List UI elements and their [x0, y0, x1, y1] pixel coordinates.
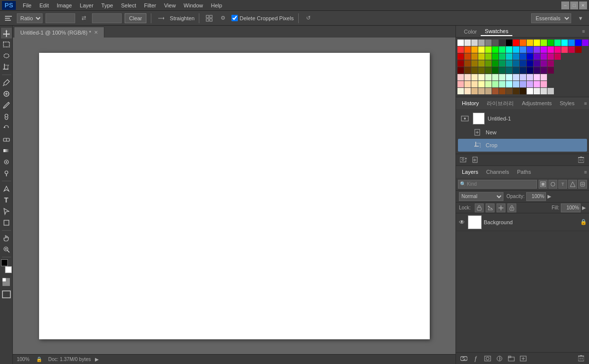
shape-tool[interactable] — [1, 217, 12, 228]
swatch[interactable] — [513, 67, 519, 74]
filter-adjustment-btn[interactable] — [548, 180, 557, 189]
swatch[interactable] — [492, 88, 498, 94]
canvas-wrapper[interactable] — [13, 38, 455, 354]
stamp-tool[interactable] — [1, 111, 12, 122]
quick-mask-tool[interactable] — [1, 277, 12, 287]
swatch[interactable] — [527, 88, 533, 94]
healing-tool[interactable] — [1, 88, 12, 99]
swatch[interactable] — [464, 53, 471, 60]
swatch[interactable] — [561, 40, 568, 46]
menu-type[interactable]: Type — [97, 1, 117, 9]
history-item-2[interactable]: Crop — [458, 139, 587, 152]
foreground-background-colors[interactable] — [1, 259, 12, 273]
swatch[interactable] — [464, 67, 471, 74]
swatch[interactable] — [575, 46, 582, 53]
text-tool[interactable]: T — [1, 195, 12, 205]
swatch[interactable] — [457, 60, 464, 67]
status-arrow[interactable]: ▶ — [95, 357, 99, 362]
swatch[interactable] — [457, 74, 464, 81]
swatch[interactable] — [478, 88, 485, 94]
zoom-tool[interactable] — [1, 244, 12, 255]
swatch[interactable] — [492, 46, 498, 53]
swatch[interactable] — [485, 67, 492, 74]
swatch[interactable] — [520, 40, 526, 46]
swatch[interactable] — [554, 53, 561, 60]
swatch[interactable] — [541, 60, 547, 67]
lock-all-btn[interactable] — [507, 203, 516, 212]
swatch[interactable] — [492, 60, 498, 67]
swatch[interactable] — [471, 60, 478, 67]
swatch[interactable] — [534, 74, 540, 81]
filter-pixel-btn[interactable] — [539, 180, 547, 189]
menu-edit[interactable]: Edit — [36, 1, 53, 9]
color-tab[interactable]: Color — [460, 28, 481, 36]
swatch[interactable] — [492, 67, 498, 74]
layer-effects-btn[interactable]: ƒ — [471, 354, 481, 364]
blend-mode-select[interactable]: Normal — [459, 192, 503, 201]
swatch[interactable] — [554, 46, 561, 53]
pen-tool[interactable] — [1, 183, 12, 194]
channels-tab[interactable]: Channels — [482, 168, 513, 176]
swatch[interactable] — [464, 60, 471, 67]
swatch[interactable] — [506, 53, 512, 60]
history-item-1[interactable]: New — [458, 126, 587, 139]
layer-new-btn[interactable] — [518, 354, 528, 364]
swatch[interactable] — [527, 74, 533, 81]
swatch[interactable] — [457, 67, 464, 74]
library-tab[interactable]: 라이브러리 — [483, 99, 518, 108]
swatch[interactable] — [478, 46, 485, 53]
lock-position-btn[interactable] — [497, 203, 505, 212]
screen-mode-btn[interactable] — [1, 289, 12, 300]
swatch[interactable] — [485, 53, 492, 60]
menu-filter[interactable]: Filter — [140, 1, 160, 9]
straighten-icon[interactable] — [156, 13, 167, 24]
swatch[interactable] — [471, 46, 478, 53]
swatch[interactable] — [499, 74, 505, 81]
swatch[interactable] — [485, 46, 492, 53]
history-delete-btn[interactable] — [576, 155, 586, 165]
swatch[interactable] — [485, 40, 492, 46]
maximize-button[interactable]: □ — [570, 1, 578, 9]
swatch[interactable] — [478, 81, 485, 87]
crop-width-input[interactable] — [45, 13, 75, 23]
tab-close-button[interactable]: ✕ — [94, 30, 98, 35]
history-tab[interactable]: History — [458, 99, 483, 107]
swatches-tab[interactable]: Swatches — [481, 27, 512, 36]
swatch[interactable] — [520, 88, 526, 94]
swatch[interactable] — [464, 81, 471, 87]
menu-layer[interactable]: Layer — [76, 1, 97, 9]
swatch[interactable] — [506, 88, 512, 94]
opacity-input[interactable] — [526, 192, 546, 201]
brush-tool[interactable] — [1, 100, 12, 111]
swatch[interactable] — [506, 74, 512, 81]
swatch[interactable] — [547, 88, 554, 94]
swatch[interactable] — [478, 74, 485, 81]
select-rect-tool[interactable] — [1, 39, 12, 50]
lock-pixels-btn[interactable] — [475, 203, 484, 212]
reset-icon[interactable]: ↺ — [303, 13, 314, 24]
swatch[interactable] — [534, 46, 540, 53]
crop-tool[interactable] — [1, 62, 12, 73]
styles-tab[interactable]: Styles — [556, 99, 579, 107]
menu-image[interactable]: Image — [53, 1, 76, 9]
paths-tab[interactable]: Paths — [513, 168, 535, 176]
hand-tool[interactable] — [1, 233, 12, 243]
swatch[interactable] — [464, 88, 471, 94]
swatch[interactable] — [492, 81, 498, 87]
swatch[interactable] — [541, 46, 547, 53]
swatch[interactable] — [457, 46, 464, 53]
minimize-button[interactable]: – — [561, 1, 569, 9]
menu-view[interactable]: View — [160, 1, 180, 9]
swatch[interactable] — [506, 60, 512, 67]
swatch[interactable] — [471, 67, 478, 74]
workspace-select[interactable]: Essentials — [531, 13, 571, 23]
swatch[interactable] — [513, 88, 519, 94]
swatch[interactable] — [499, 46, 505, 53]
layer-adjustment-btn[interactable] — [495, 354, 504, 364]
swatch[interactable] — [499, 60, 505, 67]
move-tool[interactable] — [1, 28, 12, 39]
swatch[interactable] — [471, 53, 478, 60]
swatch[interactable] — [527, 46, 533, 53]
swatch[interactable] — [520, 46, 526, 53]
swatch[interactable] — [541, 53, 547, 60]
